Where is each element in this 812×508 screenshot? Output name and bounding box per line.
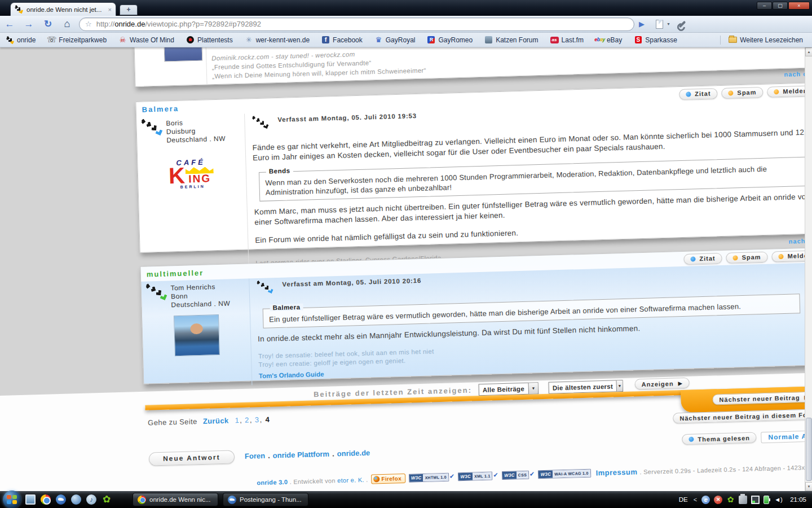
scrollbar-thumb[interactable] (806, 418, 812, 481)
posts-filter-select[interactable]: Alle Beiträge ▼ (479, 382, 539, 396)
page-link[interactable]: 3 (255, 415, 259, 424)
taskbar-button-thunderbird[interactable]: Posteingang - Thun... (223, 493, 308, 506)
facebook-icon: f (321, 36, 330, 44)
wrench-menu-icon[interactable] (679, 20, 686, 28)
more-bookmarks-button[interactable]: Weitere Lesezeichen (729, 36, 803, 44)
spam-button[interactable]: Spam (726, 251, 767, 263)
bookmark-plattentests[interactable]: Plattentests (186, 36, 233, 44)
w3c-xhtml-badge[interactable]: W3CXHTML 1.0 (409, 473, 449, 483)
melden-button[interactable]: Melden (767, 85, 805, 97)
bookmark-sparkasse[interactable]: S Sparkasse (634, 36, 677, 44)
start-button[interactable] (3, 491, 21, 508)
page-link[interactable]: 1 (235, 416, 239, 424)
ebay-icon: ebay (595, 36, 604, 44)
page-link[interactable]: 2 (245, 416, 249, 424)
update-icon[interactable]: e (701, 496, 710, 504)
battery-icon[interactable] (764, 496, 769, 504)
scroll-down-button[interactable]: ▼ (805, 482, 812, 491)
volume-icon[interactable]: ◄) (774, 496, 783, 504)
bookmark-lastfm[interactable]: as Last.fm (550, 36, 584, 44)
firefox-icon (373, 476, 379, 482)
spam-button[interactable]: Spam (721, 86, 763, 98)
maximize-button[interactable]: ▢ (773, 2, 788, 10)
security-shield-icon[interactable]: ✕ (714, 496, 722, 504)
impressum-link[interactable]: Impressum (595, 467, 637, 477)
next-new-post-button[interactable]: Nächster neuer Beitrag▶ (712, 392, 805, 405)
minimize-button[interactable]: – (757, 2, 772, 10)
thunderbird-icon[interactable] (56, 494, 66, 505)
zitat-button[interactable]: Zitat (679, 88, 718, 100)
phone-icon: ☏ (47, 36, 56, 44)
bookmark-waste-of-mind[interactable]: ☠ Waste Of Mind (118, 36, 174, 44)
vertical-scrollbar[interactable]: ▲ ▼ (805, 47, 812, 491)
normal-view-link[interactable]: Normale Ansicht (761, 430, 805, 443)
url-bar[interactable]: ☆ http://onride.de/viewtopic.php?p=79289… (79, 17, 634, 31)
breadcrumb-link[interactable]: Foren (245, 452, 266, 461)
bookmark-onride[interactable]: onride (6, 36, 36, 44)
media-player-icon[interactable]: ♪ (86, 494, 96, 505)
w3c-xml-badge[interactable]: W3CXML 1.1 (458, 472, 493, 481)
post-username[interactable]: Balmera (142, 104, 179, 113)
taskbar-button-browser[interactable]: onride.de Wenn nic... (133, 493, 218, 506)
usb-device-icon[interactable] (739, 496, 747, 504)
bookmark-freizeitparkweb[interactable]: ☏ Freizeitparkweb (47, 36, 107, 44)
firefox-badge[interactable]: Firefox (371, 474, 405, 484)
bookmark-wer-kennt-wen[interactable]: ✳ wer-kennt-wen.de (245, 36, 310, 44)
browser-tab[interactable]: onride.de Wenn nicht jet... × (10, 2, 116, 16)
coaster-icon (256, 280, 275, 295)
page-menu-icon[interactable] (656, 20, 663, 29)
close-window-button[interactable]: × (788, 2, 810, 10)
language-indicator[interactable]: DE (679, 496, 688, 503)
tab-close-icon[interactable]: × (108, 6, 112, 13)
developer-link[interactable]: etor e. K. (337, 476, 364, 483)
url-text[interactable]: http://onride.de/viewtopic.php?p=792892#… (96, 20, 261, 28)
network-icon: ✳ (245, 36, 253, 44)
forward-button[interactable]: → (19, 19, 38, 30)
quote-dot-icon (690, 256, 695, 261)
new-tab-button[interactable]: + (120, 5, 138, 15)
icq-flower-icon[interactable]: ✿ (102, 494, 112, 505)
show-desktop-icon[interactable] (25, 494, 36, 505)
bookmark-star-icon[interactable]: ☆ (85, 20, 92, 28)
footer-brand[interactable]: onride 3.0 (257, 478, 288, 486)
check-icon: ✔ (529, 470, 535, 478)
go-button[interactable]: ▶ (639, 20, 645, 28)
icq-flower-icon[interactable]: ✿ (726, 496, 735, 504)
bookmark-gayromeo[interactable]: R GayRomeo (427, 36, 473, 44)
page-menu-caret-icon[interactable]: ▼ (667, 22, 670, 26)
display-icon[interactable] (751, 496, 760, 504)
record-icon (186, 36, 195, 44)
scroll-up-button[interactable]: ▲ (805, 47, 812, 56)
dropdown-arrow-icon[interactable]: ▼ (616, 380, 623, 391)
chrome-icon[interactable] (41, 494, 51, 505)
anzeigen-button[interactable]: Anzeigen▶ (634, 378, 689, 390)
crown-icon (186, 167, 214, 174)
breadcrumb-link[interactable]: onride.de (337, 449, 370, 458)
breadcrumb-link[interactable]: onride Plattform (272, 450, 329, 460)
page-back-link[interactable]: Zurück (203, 417, 229, 426)
messenger-icon[interactable] (71, 494, 81, 505)
bookmark-ebay[interactable]: ebay eBay (595, 36, 622, 44)
reload-button[interactable]: ↻ (38, 18, 58, 30)
bookmark-katzen-forum[interactable]: Katzen Forum (484, 36, 538, 44)
coaster-icon (251, 115, 270, 130)
tray-collapse-arrow[interactable]: < (694, 496, 697, 503)
home-button[interactable]: ⌂ (58, 18, 77, 30)
clock[interactable]: 21:05 (790, 496, 806, 503)
bookmark-gayroyal[interactable]: ♛ GayRoyal (374, 36, 416, 44)
w3c-wai-badge[interactable]: W3CWAI-A WCAG 1.0 (538, 469, 590, 479)
page-content: Dominik.rockz.com - stay tuned! - werock… (0, 47, 805, 491)
report-dot-icon (774, 89, 779, 94)
w3c-css-badge[interactable]: W3CCSS (502, 471, 529, 480)
browser-titlebar: onride.de Wenn nicht jet... × + – ▢ × (0, 0, 812, 16)
post-username[interactable]: multimueller (147, 268, 204, 278)
zitat-button[interactable]: Zitat (683, 253, 722, 265)
topic-read-button[interactable]: Thema gelesen (682, 432, 757, 445)
new-reply-button[interactable]: Neue Antwort (149, 450, 235, 466)
bookmark-facebook[interactable]: f Facebook (321, 36, 363, 44)
post-multimueller: multimueller Zitat Spam Melden Tom Henri… (140, 247, 805, 384)
back-button[interactable]: ← (0, 19, 19, 30)
coaster-icon (145, 283, 169, 303)
melden-button[interactable]: Melden (771, 250, 805, 262)
dropdown-arrow-icon[interactable]: ▼ (528, 383, 539, 393)
